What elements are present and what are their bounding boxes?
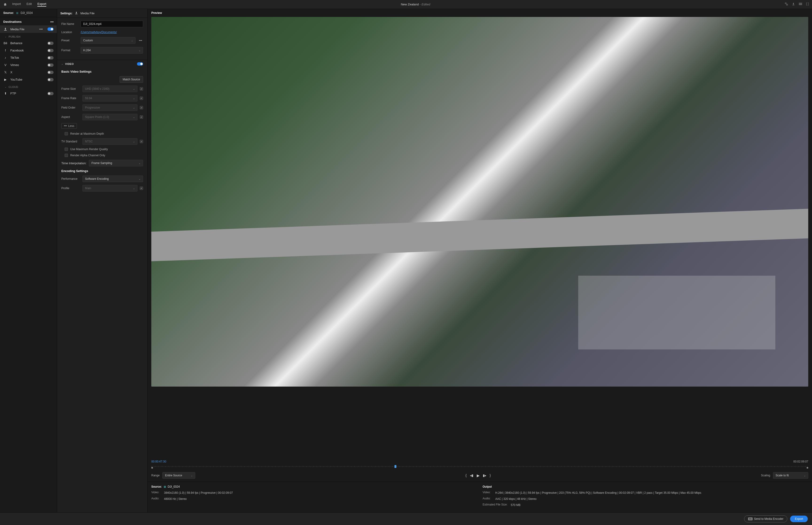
svg-rect-3 — [799, 4, 802, 4]
info-source-header: Source: ⊞ DJI_0324 — [151, 485, 477, 488]
dest-publish-tiktok[interactable]: ♪TikTok — [0, 54, 57, 61]
timecode-current[interactable]: 00:00:47:30 — [151, 460, 166, 463]
dest-publish-youtube[interactable]: ▶YouTube — [0, 76, 57, 83]
dest-publish-vimeo[interactable]: VVimeo — [0, 61, 57, 69]
dest-cloud-ftp[interactable]: ⬆FTP — [0, 90, 57, 97]
dest-publish-x[interactable]: 𝕏X — [0, 69, 57, 76]
profile-label: Profile — [61, 186, 80, 190]
timeline[interactable] — [151, 464, 808, 469]
dest-media-file[interactable]: Media File ••• — [0, 25, 57, 33]
mark-out-icon[interactable]: } — [490, 474, 491, 477]
preview-header: Preview — [148, 9, 812, 17]
preview-panel: Preview 00:00:47:30 00:02:09:07 Range En… — [148, 9, 812, 512]
dest-toggle[interactable] — [47, 56, 53, 59]
clip-icon: ⊞ — [16, 12, 18, 15]
tiktok-icon: ♪ — [3, 56, 7, 59]
use-max-quality-checkbox[interactable] — [65, 148, 68, 151]
fullscreen-icon[interactable] — [806, 2, 809, 6]
frame-rate-select[interactable]: 59.94⌄ — [82, 95, 137, 102]
destinations-more-icon[interactable]: ••• — [50, 20, 53, 24]
dest-toggle[interactable] — [47, 78, 53, 81]
dest-label: FTP — [10, 92, 45, 95]
cloud-group-header[interactable]: ⌄ CLOUD — [0, 83, 57, 90]
format-select[interactable]: H.264⌄ — [81, 47, 143, 54]
profile-checkbox[interactable] — [140, 186, 143, 190]
encoding-title: Encoding Settings — [61, 169, 143, 173]
file-name-input[interactable] — [81, 21, 143, 27]
dest-toggle[interactable] — [47, 71, 53, 74]
dest-publish-behance[interactable]: BēBehance — [0, 40, 57, 47]
profile-select[interactable]: Main⌄ — [82, 185, 137, 192]
time-interp-select[interactable]: Frame Sampling⌄ — [89, 160, 143, 166]
scaling-select[interactable]: Scale to fit⌄ — [773, 472, 808, 479]
dest-label: Facebook — [10, 49, 45, 52]
aspect-checkbox[interactable] — [140, 115, 143, 119]
project-title: New Zealand - Edited — [46, 3, 785, 6]
in-point-handle[interactable] — [151, 467, 153, 469]
x-icon: 𝕏 — [3, 71, 7, 74]
playhead[interactable] — [395, 465, 396, 468]
menu-icon[interactable] — [799, 2, 802, 6]
tab-export[interactable]: Export — [37, 2, 46, 6]
video-section-header[interactable]: ⌄ VIDEO — [57, 60, 147, 68]
publish-group-header[interactable]: ⌄ PUBLISH — [0, 33, 57, 40]
dest-publish-facebook[interactable]: fFacebook — [0, 47, 57, 54]
dest-toggle[interactable] — [47, 42, 53, 45]
export-button[interactable]: Export — [790, 515, 808, 522]
tab-import[interactable]: Import — [12, 2, 21, 6]
dest-label: YouTube — [10, 78, 45, 81]
performance-label: Performance — [61, 177, 80, 180]
workspace-icon[interactable] — [785, 2, 788, 6]
dest-toggle[interactable] — [47, 92, 53, 95]
dest-label: Vimeo — [10, 63, 45, 67]
tv-standard-checkbox[interactable] — [140, 140, 143, 143]
ftp-icon: ⬆ — [3, 92, 7, 95]
frame-rate-label: Frame Rate — [61, 96, 80, 100]
render-max-depth-label: Render at Maximum Depth — [70, 132, 104, 135]
aspect-select[interactable]: Square Pixels (1.0)⌄ — [82, 114, 137, 120]
svg-rect-1 — [787, 4, 788, 5]
field-order-checkbox[interactable] — [140, 106, 143, 109]
frame-size-checkbox[interactable] — [140, 87, 143, 90]
field-order-select[interactable]: Progressive⌄ — [82, 104, 137, 111]
render-alpha-checkbox[interactable] — [65, 154, 68, 157]
frame-rate-checkbox[interactable] — [140, 96, 143, 100]
render-alpha-label: Render Alpha Channel Only — [70, 154, 105, 157]
step-back-icon[interactable]: ◂▮ — [470, 474, 473, 477]
sidebar: Source: ⊞ DJI_0324 Destinations ••• Medi… — [0, 9, 57, 512]
dest-toggle[interactable] — [47, 63, 53, 67]
tab-edit[interactable]: Edit — [27, 2, 32, 6]
vimeo-icon: V — [3, 63, 7, 67]
mark-in-icon[interactable]: { — [465, 474, 466, 477]
performance-select[interactable]: Software Encoding⌄ — [82, 176, 143, 182]
basic-video-title: Basic Video Settings — [61, 70, 143, 73]
match-source-button[interactable]: Match Source — [120, 76, 143, 83]
media-file-more-icon[interactable]: ••• — [39, 27, 43, 31]
play-icon[interactable]: ▶ — [477, 473, 479, 478]
time-interp-label: Time Interpolation: — [61, 162, 87, 165]
home-icon[interactable] — [3, 2, 7, 7]
video-section-toggle[interactable] — [137, 62, 143, 65]
frame-size-select[interactable]: UHD (3840 x 2160)⌄ — [82, 86, 137, 92]
less-button[interactable]: ••• Less — [61, 123, 77, 129]
media-file-icon — [75, 11, 78, 15]
render-max-depth-checkbox[interactable] — [65, 132, 68, 135]
location-label: Location — [61, 31, 78, 34]
facebook-icon: f — [3, 49, 7, 52]
location-link[interactable]: /Users/mattyboy/Documents/ — [81, 31, 117, 34]
dest-toggle[interactable] — [47, 49, 53, 52]
topbar: Import Edit Export New Zealand - Edited — [0, 0, 812, 9]
media-file-toggle[interactable] — [47, 28, 53, 31]
behance-icon: Bē — [3, 41, 7, 45]
share-icon[interactable] — [792, 2, 795, 6]
destinations-header: Destinations ••• — [0, 17, 57, 25]
tv-standard-select[interactable]: NTSC⌄ — [82, 138, 137, 145]
send-to-media-encoder-button[interactable]: Me Send to Media Encoder — [744, 515, 787, 522]
preset-more-icon[interactable]: ••• — [138, 39, 143, 42]
out-point-handle[interactable] — [807, 467, 808, 469]
preview-canvas[interactable] — [151, 17, 808, 387]
field-order-label: Field Order — [61, 106, 80, 109]
range-select[interactable]: Entire Source⌄ — [162, 472, 195, 479]
preset-select[interactable]: Custom⌄ — [81, 37, 136, 44]
step-forward-icon[interactable]: ▮▸ — [483, 474, 486, 477]
